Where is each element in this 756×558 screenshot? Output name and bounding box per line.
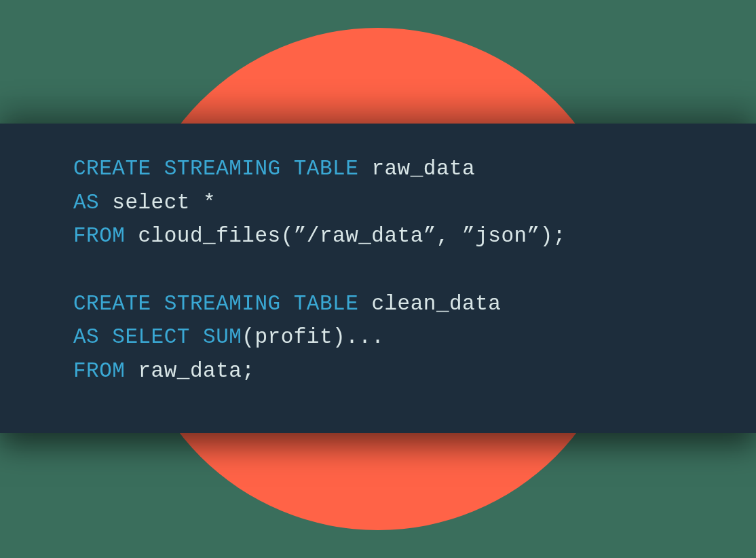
code-line: CREATE STREAMING TABLE clean_data	[73, 287, 756, 321]
sql-keyword: FROM	[73, 224, 138, 248]
sql-text: (profit)...	[242, 325, 384, 349]
code-line: AS select *	[73, 186, 756, 220]
code-line: CREATE STREAMING TABLE raw_data	[73, 152, 756, 186]
sql-keyword: AS	[73, 191, 112, 215]
code-line: AS SELECT SUM(profit)...	[73, 320, 756, 354]
code-panel: CREATE STREAMING TABLE raw_data AS selec…	[0, 124, 756, 433]
code-line: FROM raw_data;	[73, 354, 756, 388]
code-line: FROM cloud_files(”/raw_data”, ”json”);	[73, 219, 756, 253]
sql-keyword: CREATE STREAMING TABLE	[73, 292, 371, 316]
sql-keyword: AS SELECT SUM	[73, 325, 242, 349]
sql-text: raw_data	[371, 157, 475, 181]
blank-line	[73, 253, 756, 287]
sql-keyword: FROM	[73, 359, 138, 383]
sql-text: raw_data;	[138, 359, 255, 383]
sql-text: select *	[112, 191, 216, 215]
sql-text: cloud_files(”/raw_data”, ”json”);	[138, 224, 566, 248]
sql-text: clean_data	[371, 292, 501, 316]
sql-keyword: CREATE STREAMING TABLE	[73, 157, 371, 181]
